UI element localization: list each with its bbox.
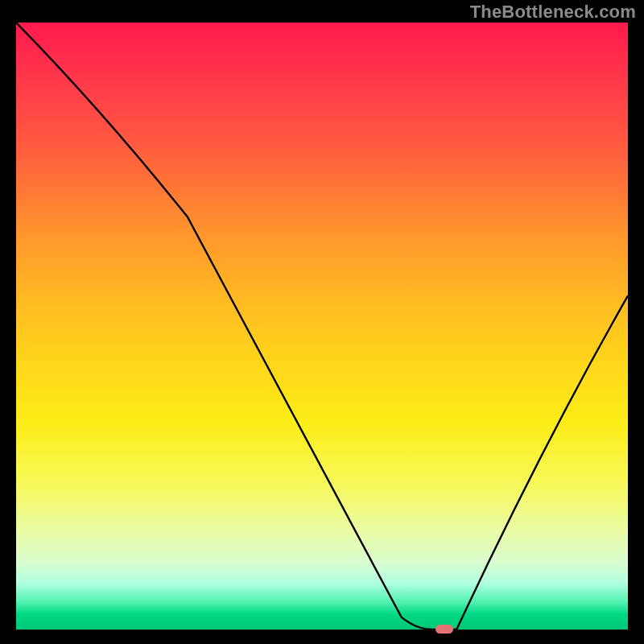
baseline-marker	[436, 625, 453, 634]
chart-frame: TheBottleneck.com	[0, 0, 644, 644]
curve-svg	[16, 23, 628, 630]
data-curve	[16, 23, 628, 630]
watermark-text: TheBottleneck.com	[470, 2, 636, 23]
plot-area	[16, 23, 628, 630]
